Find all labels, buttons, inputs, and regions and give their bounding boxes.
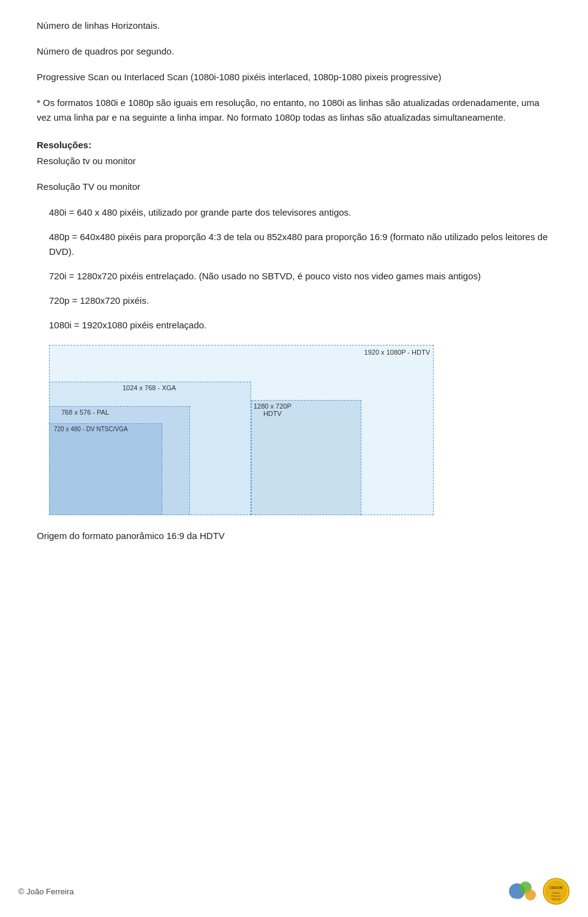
footer-logos: Cenjor CENJOR Centro Protocolo Nacional: [508, 878, 570, 905]
svg-text:CENJOR: CENJOR: [550, 886, 563, 889]
resolution-TV-label: Resolução TV ou monitor: [37, 179, 551, 194]
svg-text:Protocolo: Protocolo: [552, 895, 561, 897]
cenjor-icon: Cenjor: [508, 879, 539, 904]
label-xga: 1024 x 768 - XGA: [123, 384, 176, 391]
para-horizontal-lines: Número de linhas Horizontais.: [37, 18, 551, 33]
box-720p: [251, 400, 361, 515]
resolution-diagram: 1920 x 1080P - HDTV 1024 x 768 - XGA 128…: [49, 345, 435, 516]
para-progressive-scan: Progressive Scan ou Interlaced Scan (108…: [37, 70, 551, 85]
resolutions-title: Resoluções:: [37, 140, 551, 150]
svg-text:Nacional: Nacional: [552, 898, 560, 900]
footer-copyright: © João Ferreira: [18, 887, 74, 896]
label-hdtv: 1920 x 1080P - HDTV: [364, 349, 430, 356]
resolutions-section: Resoluções: Resolução tv ou monitor Reso…: [37, 140, 551, 194]
res-480i: 480i = 640 x 480 pixéis, utilizado por g…: [49, 205, 551, 220]
svg-text:Cenjor: Cenjor: [513, 897, 527, 902]
resolution-tv-label: Resolução tv ou monitor: [37, 154, 551, 168]
page: Número de linhas Horizontais. Número de …: [0, 0, 588, 917]
footer: © João Ferreira Cenjor CENJOR Centro Pro…: [0, 878, 588, 905]
svg-text:Centro: Centro: [552, 891, 560, 894]
para-formats-note: * Os formatos 1080i e 1080p são iguais e…: [37, 96, 551, 125]
label-720p: 1280 x 720P HDTV: [254, 402, 292, 417]
box-ntsc: [49, 423, 162, 515]
label-pal: 768 x 576 - PAL: [61, 409, 109, 416]
res-1080i: 1080i = 1920x1080 pixéis entrelaçado.: [49, 318, 551, 333]
resolution-items: 480i = 640 x 480 pixéis, utilizado por g…: [49, 205, 551, 333]
label-ntsc: 720 x 480 - DV NTSC/VGA: [54, 426, 128, 432]
res-480p: 480p = 640x480 pixéis para proporção 4:3…: [49, 230, 551, 259]
para-frames-per-second: Número de quadros por segundo.: [37, 44, 551, 59]
res-720i: 720i = 1280x720 pixéis entrelaçado. (Não…: [49, 269, 551, 284]
res-720p: 720p = 1280x720 pixéis.: [49, 293, 551, 308]
diagram-caption: Origem do formato panorâmico 16:9 da HDT…: [37, 529, 551, 543]
badge-icon: CENJOR Centro Protocolo Nacional: [543, 878, 570, 905]
